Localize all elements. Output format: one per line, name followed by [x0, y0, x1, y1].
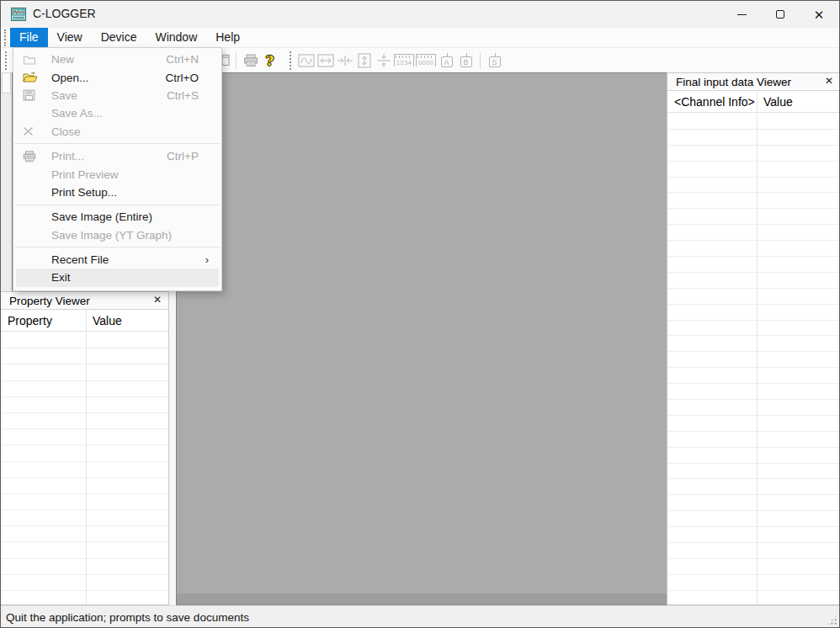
table-rows [667, 114, 840, 604]
table-row[interactable] [1, 591, 168, 604]
table-row[interactable] [667, 527, 840, 543]
marker-s-button[interactable]: S [485, 51, 504, 71]
table-row[interactable] [667, 559, 840, 575]
table-row[interactable] [667, 495, 840, 511]
table-header: Property Value [1, 310, 168, 332]
table-row[interactable] [667, 130, 840, 146]
table-row[interactable] [1, 559, 168, 575]
table-row[interactable] [1, 397, 168, 413]
table-row[interactable] [1, 478, 168, 494]
table-row[interactable] [667, 114, 840, 130]
ruler-binary-icon: 0000 [416, 54, 436, 67]
menu-item-open[interactable]: Open... Ctrl+O [16, 68, 219, 86]
toolbar-main-grip[interactable] [5, 51, 8, 70]
ruler-binary-button[interactable]: 0000 [415, 51, 437, 71]
menu-item-save-as: Save As... [16, 104, 219, 122]
maximize-button[interactable] [761, 1, 800, 28]
table-row[interactable] [667, 305, 840, 321]
table-row[interactable] [667, 193, 840, 209]
table-row[interactable] [667, 352, 840, 368]
table-row[interactable] [667, 575, 840, 591]
table-row[interactable] [667, 241, 840, 257]
property-viewer-panel: Property Viewer ✕ Property Value [1, 291, 169, 605]
panel-close-button[interactable]: ✕ [825, 75, 833, 87]
table-row[interactable] [667, 591, 840, 604]
column-header-property[interactable]: Property [1, 310, 86, 331]
table-row[interactable] [667, 146, 840, 162]
open-folder-icon [23, 71, 43, 84]
toolbar-graph-grip[interactable] [290, 51, 292, 70]
status-text: Quit the application; prompts to save do… [6, 611, 249, 624]
table-row[interactable] [1, 333, 168, 349]
table-row[interactable] [667, 543, 840, 559]
marker-b-button[interactable]: B [456, 51, 476, 71]
menu-view[interactable]: View [48, 28, 92, 47]
menu-item-save: Save Ctrl+S [16, 87, 219, 104]
table-row[interactable] [667, 289, 840, 305]
table-row[interactable] [1, 526, 168, 542]
table-row[interactable] [667, 384, 840, 400]
table-row[interactable] [1, 429, 168, 445]
menu-window[interactable]: Window [146, 28, 206, 47]
table-row[interactable] [1, 510, 168, 526]
yt-graph-button[interactable] [296, 51, 316, 71]
menu-item-save-image-yt-graph: Save Image (YT Graph) [16, 226, 219, 244]
save-floppy-icon [23, 88, 43, 102]
column-header-value[interactable]: Value [757, 91, 793, 112]
table-row[interactable] [1, 445, 168, 461]
column-divider[interactable] [86, 310, 87, 331]
dock-gutter [169, 291, 176, 605]
table-row[interactable] [1, 365, 168, 381]
close-button[interactable]: ✕ [800, 1, 838, 28]
table-row[interactable] [1, 542, 168, 558]
fit-vertical-button[interactable] [354, 51, 374, 71]
table-row[interactable] [1, 462, 168, 478]
center-vertical-button[interactable] [374, 51, 393, 71]
table-row[interactable] [1, 413, 168, 429]
ruler-decimal-button[interactable]: 1234 [393, 51, 415, 71]
print-button[interactable] [241, 51, 260, 71]
table-row[interactable] [667, 178, 840, 194]
submenu-arrow-icon: › [205, 253, 210, 266]
table-row[interactable] [667, 336, 840, 352]
help-button[interactable]: ? [260, 51, 279, 71]
menu-help[interactable]: Help [206, 28, 249, 47]
table-row[interactable] [667, 479, 840, 495]
panel-caption[interactable]: Final input data Viewer ✕ [667, 73, 840, 91]
menu-device[interactable]: Device [92, 28, 146, 47]
minimize-button[interactable] [722, 1, 761, 28]
panel-close-button[interactable]: ✕ [153, 294, 162, 306]
menu-item-exit[interactable]: Exit [16, 269, 219, 286]
table-row[interactable] [1, 575, 168, 591]
menu-item-recent-file[interactable]: Recent File › [16, 251, 219, 269]
table-row[interactable] [667, 416, 840, 432]
table-row[interactable] [667, 225, 840, 241]
collapse-horizontal-button[interactable] [335, 51, 354, 71]
table-row[interactable] [667, 321, 840, 337]
menu-item-print-setup[interactable]: Print Setup... [16, 184, 219, 201]
column-header-value[interactable]: Value [86, 310, 122, 331]
table-row[interactable] [667, 209, 840, 225]
panel-caption[interactable]: Property Viewer ✕ [1, 292, 168, 310]
table-row[interactable] [667, 511, 840, 527]
table-row[interactable] [667, 400, 840, 416]
marker-a-button[interactable]: A [437, 51, 456, 71]
column-divider [86, 333, 87, 604]
table-row[interactable] [667, 368, 840, 384]
app-logo-icon [11, 8, 26, 21]
menu-item-save-image-entire[interactable]: Save Image (Entire) [16, 208, 219, 226]
column-header-channel-info[interactable]: <Channel Info> [667, 91, 757, 112]
table-row[interactable] [1, 494, 168, 510]
table-row[interactable] [667, 162, 840, 178]
menubar-grip[interactable] [4, 29, 7, 46]
fit-horizontal-button[interactable] [316, 51, 335, 71]
table-row[interactable] [667, 432, 840, 448]
table-row[interactable] [667, 273, 840, 289]
table-row[interactable] [667, 464, 840, 480]
table-row[interactable] [1, 381, 168, 397]
table-row[interactable] [1, 349, 168, 365]
column-divider[interactable] [757, 91, 758, 112]
menu-file[interactable]: File [10, 28, 48, 47]
table-row[interactable] [667, 257, 840, 273]
table-row[interactable] [667, 448, 840, 464]
